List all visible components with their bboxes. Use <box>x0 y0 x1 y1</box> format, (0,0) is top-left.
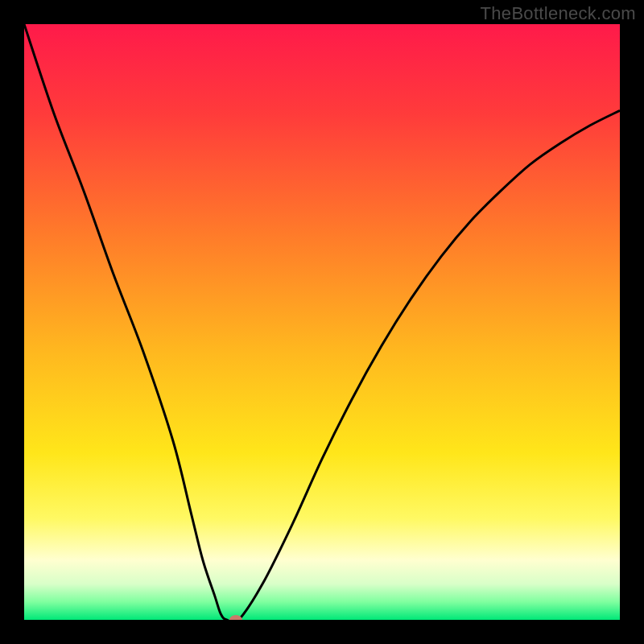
watermark-text: TheBottleneck.com <box>481 3 636 24</box>
plot-area <box>24 24 620 620</box>
optimal-point-marker <box>229 615 242 620</box>
bottleneck-curve <box>24 24 620 620</box>
curve-layer <box>24 24 620 620</box>
